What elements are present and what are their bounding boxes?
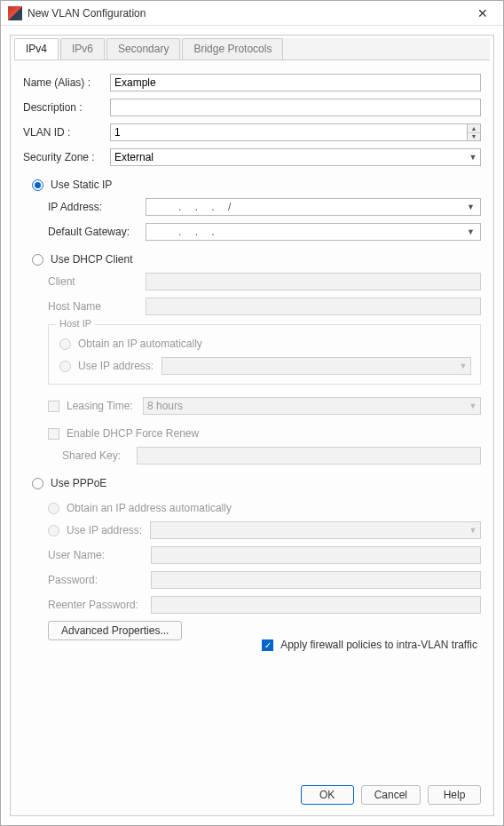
vlanid-up-icon[interactable]: ▲ <box>468 124 480 133</box>
close-button[interactable]: ✕ <box>469 4 496 22</box>
zone-value: External <box>111 151 466 163</box>
gateway-label: Default Gateway: <box>48 226 146 238</box>
obtain-ip-radio <box>59 338 71 350</box>
force-renew-checkbox <box>48 428 59 440</box>
name-input[interactable] <box>110 74 481 91</box>
force-renew-label: Enable DHCP Force Renew <box>67 427 199 440</box>
ok-button[interactable]: OK <box>301 785 354 805</box>
window-title: New VLAN Configuration <box>28 7 469 20</box>
tabs: IPv4 IPv6 Secondary Bridge Protocols <box>14 38 490 60</box>
leasing-checkbox <box>48 401 59 412</box>
chevron-down-icon: ▼ <box>467 227 475 236</box>
gateway-input[interactable]: . . . ▼ <box>146 223 481 241</box>
chevron-down-icon: ▼ <box>467 203 475 211</box>
pppoe-useip-label: Use IP address: <box>67 524 150 536</box>
chevron-down-icon: ▼ <box>456 361 470 370</box>
description-label: Description : <box>23 101 110 114</box>
pppoe-obtain-label: Obtain an IP address automatically <box>67 502 232 514</box>
vlanid-input[interactable] <box>110 123 467 141</box>
password2-input <box>151 596 481 614</box>
tab-ipv6[interactable]: IPv6 <box>60 38 105 60</box>
description-input[interactable] <box>110 99 481 116</box>
static-ip-radio[interactable] <box>32 179 43 191</box>
password-input <box>151 571 481 589</box>
tab-body-ipv4: Name (Alias) : Description : VLAN ID : ▲… <box>11 61 493 776</box>
vlanid-label: VLAN ID : <box>23 126 110 139</box>
dhcp-label: Use DHCP Client <box>51 253 132 266</box>
firewall-checkbox[interactable]: ✓ <box>262 639 273 651</box>
main-panel: IPv4 IPv6 Secondary Bridge Protocols Nam… <box>10 35 494 816</box>
name-label: Name (Alias) : <box>23 76 110 89</box>
leasing-select: 8 hours ▼ <box>143 397 481 415</box>
titlebar: New VLAN Configuration ✕ <box>1 1 503 26</box>
sharedkey-input <box>137 447 481 465</box>
vlanid-down-icon[interactable]: ▼ <box>468 133 480 141</box>
use-ip-radio <box>59 361 71 372</box>
ip-address-input[interactable]: . . . / ▼ <box>146 198 481 216</box>
static-ip-label: Use Static IP <box>51 179 112 191</box>
use-ip-label: Use IP address: <box>78 360 161 372</box>
vlan-config-dialog: New VLAN Configuration ✕ IPv4 IPv6 Secon… <box>0 0 504 826</box>
help-button[interactable]: Help <box>428 785 481 805</box>
username-input <box>151 546 481 564</box>
ip-address-label: IP Address: <box>48 201 146 213</box>
tab-ipv4[interactable]: IPv4 <box>14 38 59 60</box>
vlanid-spinner[interactable]: ▲ ▼ <box>467 123 481 141</box>
client-label: Client <box>48 275 146 288</box>
zone-label: Security Zone : <box>23 151 110 163</box>
pppoe-useip-radio <box>48 525 59 536</box>
hostname-label: Host Name <box>48 300 146 313</box>
client-input <box>146 273 481 290</box>
obtain-ip-label: Obtain an IP automatically <box>78 338 202 350</box>
pppoe-useip-select: ▼ <box>150 521 481 539</box>
leasing-label: Leasing Time: <box>67 400 143 412</box>
hostname-input <box>146 298 481 315</box>
hostip-legend: Host IP <box>56 318 95 329</box>
advanced-properties-button[interactable]: Advanced Properties... <box>48 621 182 640</box>
pppoe-radio[interactable] <box>32 478 43 489</box>
pppoe-label: Use PPPoE <box>51 477 106 489</box>
chevron-down-icon: ▼ <box>466 153 480 162</box>
use-ip-select: ▼ <box>161 357 471 375</box>
firewall-label: Apply firewall policies to intra-VLAN tr… <box>280 639 477 651</box>
password2-label: Reenter Password: <box>48 599 151 611</box>
tab-secondary[interactable]: Secondary <box>106 38 180 60</box>
pppoe-obtain-radio <box>48 503 59 514</box>
dialog-footer: OK Cancel Help <box>11 776 493 815</box>
leasing-value: 8 hours <box>144 400 466 412</box>
content: IPv4 IPv6 Secondary Bridge Protocols Nam… <box>1 26 503 825</box>
app-icon <box>8 6 22 20</box>
username-label: User Name: <box>48 549 151 561</box>
cancel-button[interactable]: Cancel <box>361 785 421 805</box>
zone-select[interactable]: External ▼ <box>110 148 481 166</box>
sharedkey-label: Shared Key: <box>62 449 137 462</box>
hostip-fieldset: Host IP Obtain an IP automatically Use I… <box>48 324 481 385</box>
chevron-down-icon: ▼ <box>466 526 480 535</box>
tab-bridge-protocols[interactable]: Bridge Protocols <box>182 38 283 60</box>
chevron-down-icon: ▼ <box>466 401 480 410</box>
dhcp-radio[interactable] <box>32 254 43 266</box>
password-label: Password: <box>48 574 151 586</box>
